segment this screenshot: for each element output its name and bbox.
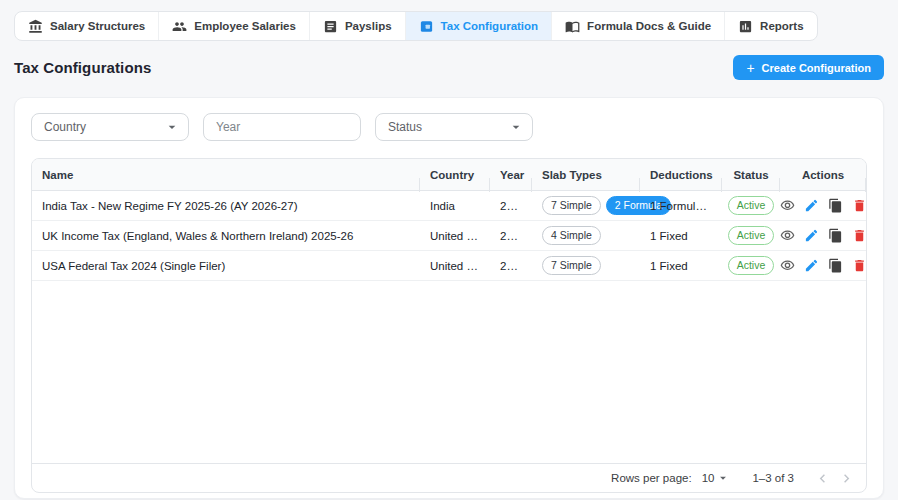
view-button[interactable] <box>780 258 795 273</box>
copy-icon <box>828 258 843 273</box>
eye-icon <box>780 198 795 213</box>
content-card: Country Status NameCountryYearSlab Types… <box>14 97 884 499</box>
eye-icon <box>780 258 795 273</box>
column-header-year[interactable]: Year <box>490 169 532 181</box>
config-name: UK Income Tax (England, Wales & Northern… <box>32 230 420 242</box>
reports-icon <box>738 19 753 34</box>
trash-icon <box>852 198 867 213</box>
page: Salary StructuresEmployee SalariesPaysli… <box>0 0 898 499</box>
rows-per-page-value: 10 <box>702 472 715 484</box>
bank-icon <box>28 19 43 34</box>
view-button[interactable] <box>780 198 795 213</box>
table-row: UK Income Tax (England, Wales & Northern… <box>32 221 866 251</box>
tab-formula-docs-and-guide[interactable]: Formula Docs & Guide <box>552 12 725 40</box>
pencil-icon <box>804 258 819 273</box>
previous-page-button[interactable] <box>810 466 834 490</box>
view-button[interactable] <box>780 228 795 243</box>
create-button-label: Create Configuration <box>762 62 871 74</box>
tab-label: Payslips <box>345 20 392 32</box>
tax-configurations-table: NameCountryYearSlab TypesDeductionsStatu… <box>31 158 867 493</box>
tab-label: Salary Structures <box>50 20 145 32</box>
row-actions <box>780 198 866 213</box>
copy-icon <box>828 228 843 243</box>
tab-employee-salaries[interactable]: Employee Salaries <box>159 12 310 40</box>
config-status: Active <box>722 196 780 215</box>
tab-label: Employee Salaries <box>194 20 296 32</box>
config-year: 2024 <box>490 260 532 272</box>
column-header-country[interactable]: Country <box>420 169 490 181</box>
table-body: India Tax - New Regime FY 2025-26 (AY 20… <box>32 191 866 463</box>
column-header-slab-types[interactable]: Slab Types <box>532 169 640 181</box>
country-filter-label: Country <box>44 120 86 134</box>
config-country: United Kingdom <box>420 230 490 242</box>
pencil-icon <box>804 198 819 213</box>
column-header-actions[interactable]: Actions <box>780 169 866 181</box>
table-row: India Tax - New Regime FY 2025-26 (AY 20… <box>32 191 866 221</box>
config-slab-types: 4 Simple <box>532 226 640 245</box>
plus-icon: + <box>746 61 754 75</box>
tab-salary-structures[interactable]: Salary Structures <box>15 12 159 40</box>
status-badge: Active <box>728 256 775 275</box>
status-filter-label: Status <box>388 120 422 134</box>
edit-button[interactable] <box>804 198 819 213</box>
year-filter-input[interactable] <box>203 113 361 141</box>
status-filter-select[interactable]: Status <box>375 113 533 141</box>
filter-bar: Country Status <box>31 113 867 141</box>
pagination-range: 1–3 of 3 <box>752 472 794 484</box>
page-title: Tax Configurations <box>14 59 151 76</box>
row-actions <box>780 258 866 273</box>
tab-bar: Salary StructuresEmployee SalariesPaysli… <box>14 11 818 41</box>
duplicate-button[interactable] <box>828 198 843 213</box>
config-country: India <box>420 200 490 212</box>
config-status: Active <box>722 226 780 245</box>
config-status: Active <box>722 256 780 275</box>
dropdown-arrow-icon <box>508 119 524 135</box>
config-country: United States <box>420 260 490 272</box>
column-header-deductions[interactable]: Deductions <box>640 169 722 181</box>
column-header-name[interactable]: Name <box>32 169 420 181</box>
eye-icon <box>780 228 795 243</box>
rows-per-page-label: Rows per page: <box>611 472 692 484</box>
tab-reports[interactable]: Reports <box>725 12 816 40</box>
table-row: USA Federal Tax 2024 (Single Filer)Unite… <box>32 251 866 281</box>
caret-down-icon <box>716 471 730 485</box>
slab-type-chip: 7 Simple <box>542 256 601 275</box>
chevron-right-icon <box>838 470 855 487</box>
config-deductions: 1 Fixed <box>640 260 722 272</box>
trash-icon <box>852 258 867 273</box>
page-header: Tax Configurations + Create Configuratio… <box>14 55 884 80</box>
delete-button[interactable] <box>852 198 867 213</box>
table-pagination: Rows per page: 10 1–3 of 3 <box>32 463 866 492</box>
dropdown-arrow-icon <box>164 119 180 135</box>
config-name: USA Federal Tax 2024 (Single Filer) <box>32 260 420 272</box>
receipt-icon <box>323 19 338 34</box>
tax-config-icon <box>419 19 434 34</box>
rows-per-page-select[interactable]: 10 <box>702 471 731 485</box>
copy-icon <box>828 198 843 213</box>
delete-button[interactable] <box>852 228 867 243</box>
delete-button[interactable] <box>852 258 867 273</box>
config-slab-types: 7 Simple2 Formula <box>532 196 640 215</box>
config-deductions: 1 Fixed <box>640 230 722 242</box>
status-badge: Active <box>728 196 775 215</box>
chevron-left-icon <box>814 470 831 487</box>
tab-label: Reports <box>760 20 803 32</box>
duplicate-button[interactable] <box>828 228 843 243</box>
next-page-button[interactable] <box>834 466 858 490</box>
slab-type-chip: 4 Simple <box>542 226 601 245</box>
people-icon <box>172 19 187 34</box>
tab-payslips[interactable]: Payslips <box>310 12 406 40</box>
duplicate-button[interactable] <box>828 258 843 273</box>
config-deductions: 1 Formula, 1 Fixed <box>640 200 722 212</box>
row-actions <box>780 228 866 243</box>
create-configuration-button[interactable]: + Create Configuration <box>733 55 884 80</box>
status-badge: Active <box>728 226 775 245</box>
tab-label: Formula Docs & Guide <box>587 20 711 32</box>
country-filter-select[interactable]: Country <box>31 113 189 141</box>
trash-icon <box>852 228 867 243</box>
edit-button[interactable] <box>804 228 819 243</box>
slab-type-chip: 7 Simple <box>542 196 601 215</box>
tab-tax-configuration[interactable]: Tax Configuration <box>406 12 553 40</box>
edit-button[interactable] <box>804 258 819 273</box>
column-header-status[interactable]: Status <box>722 169 780 181</box>
